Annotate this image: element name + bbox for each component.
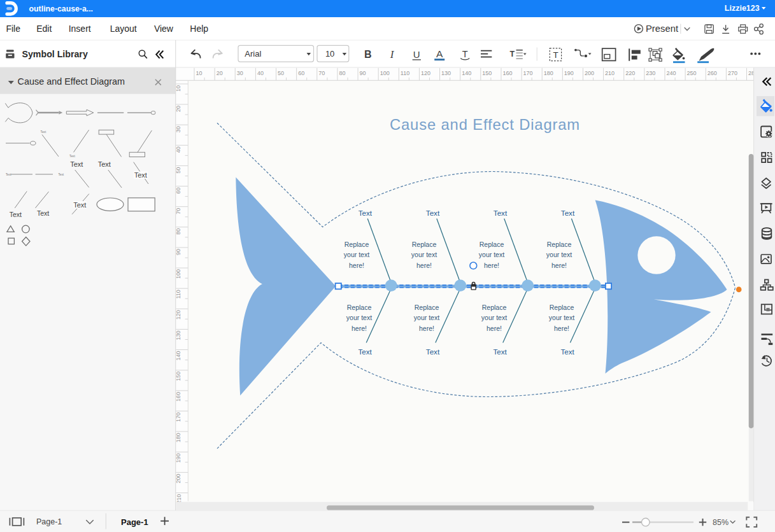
svg-text:here!: here! <box>484 262 499 269</box>
svg-text:110: 110 <box>176 290 182 298</box>
svg-text:Text: Text <box>98 160 111 168</box>
svg-text:Replace: Replace <box>482 304 507 311</box>
svg-text:Replace: Replace <box>415 304 439 311</box>
svg-text:B: B <box>364 49 372 60</box>
svg-text:Text: Text <box>70 160 83 168</box>
svg-text:70: 70 <box>318 70 325 76</box>
svg-text:your text: your text <box>481 314 507 321</box>
svg-text:260: 260 <box>707 70 717 76</box>
svg-text:here!: here! <box>419 325 434 332</box>
svg-text:Text: Text <box>426 347 440 356</box>
svg-text:100: 100 <box>380 70 390 76</box>
svg-text:Text: Text <box>41 130 46 134</box>
svg-text:Replace: Replace <box>347 304 372 311</box>
svg-text:110: 110 <box>401 70 409 76</box>
svg-text:Edit: Edit <box>36 24 52 34</box>
svg-text:230: 230 <box>646 70 655 76</box>
svg-text:250: 250 <box>687 70 697 76</box>
svg-text:20: 20 <box>176 106 182 112</box>
svg-text:60: 60 <box>298 70 304 76</box>
svg-text:120: 120 <box>176 310 182 319</box>
svg-text:your text: your text <box>344 251 369 258</box>
svg-text:Replace: Replace <box>480 241 504 248</box>
svg-text:60: 60 <box>176 188 182 194</box>
svg-text:Text: Text <box>73 201 86 209</box>
svg-text:T: T <box>509 50 515 59</box>
svg-text:140: 140 <box>176 351 182 361</box>
svg-text:130: 130 <box>176 330 182 340</box>
svg-text:160: 160 <box>502 70 512 76</box>
svg-text:90: 90 <box>360 70 366 76</box>
svg-text:your text: your text <box>549 314 574 321</box>
svg-text:170: 170 <box>523 70 533 76</box>
svg-text:150: 150 <box>176 372 182 381</box>
svg-text:Text: Text <box>58 173 64 176</box>
svg-text:30: 30 <box>176 126 182 132</box>
svg-text:Replace: Replace <box>412 241 437 248</box>
svg-text:10: 10 <box>325 49 334 59</box>
svg-text:160: 160 <box>176 392 182 402</box>
svg-text:U: U <box>413 49 420 60</box>
svg-text:your text: your text <box>346 314 372 321</box>
svg-text:20: 20 <box>217 70 223 76</box>
svg-text:your text: your text <box>479 251 504 258</box>
svg-text:here!: here! <box>416 262 432 269</box>
svg-text:Help: Help <box>190 24 208 34</box>
svg-text:here!: here! <box>349 262 364 269</box>
svg-text:Replace: Replace <box>547 241 572 248</box>
svg-text:90: 90 <box>176 249 182 255</box>
svg-text:140: 140 <box>462 70 471 76</box>
svg-text:170: 170 <box>176 412 182 422</box>
svg-text:Text: Text <box>358 347 372 356</box>
svg-text:10: 10 <box>196 70 203 76</box>
svg-text:40: 40 <box>176 146 182 153</box>
svg-text:Text: Text <box>69 155 75 158</box>
svg-text:40: 40 <box>257 70 264 76</box>
svg-text:your text: your text <box>546 251 572 258</box>
svg-text:Replace: Replace <box>550 304 574 311</box>
svg-text:Symbol Library: Symbol Library <box>22 49 88 59</box>
svg-text:Lizzie123: Lizzie123 <box>725 4 760 13</box>
svg-text:T: T <box>462 49 468 59</box>
svg-text:130: 130 <box>441 70 451 76</box>
svg-text:your text: your text <box>414 314 439 321</box>
svg-text:180: 180 <box>176 433 182 442</box>
svg-text:outline-cause-a...: outline-cause-a... <box>29 4 93 13</box>
svg-text:Present: Present <box>646 24 678 34</box>
svg-text:Text: Text <box>10 211 22 218</box>
svg-text:here!: here! <box>551 262 567 269</box>
svg-text:here!: here! <box>352 325 367 332</box>
svg-text:Text: Text <box>359 209 373 217</box>
svg-text:Text: Text <box>561 209 575 217</box>
svg-text:80: 80 <box>339 70 345 76</box>
svg-text:210: 210 <box>605 70 615 76</box>
svg-text:Text: Text <box>37 209 49 217</box>
svg-text:10: 10 <box>176 85 182 92</box>
svg-text:220: 220 <box>625 70 635 76</box>
svg-text:your text: your text <box>411 251 437 258</box>
svg-text:Text: Text <box>134 171 147 179</box>
svg-text:Text: Text <box>560 347 574 356</box>
svg-text:Layout: Layout <box>110 24 137 34</box>
svg-text:Replace: Replace <box>345 241 369 248</box>
svg-text:Text: Text <box>494 347 508 356</box>
svg-text:190: 190 <box>564 70 574 76</box>
svg-text:Cause and Effect Diagram: Cause and Effect Diagram <box>390 116 580 133</box>
svg-text:Cause and Effect Diagram: Cause and Effect Diagram <box>18 76 125 87</box>
svg-text:Page-1: Page-1 <box>121 517 148 527</box>
svg-text:70: 70 <box>176 208 182 214</box>
svg-text:50: 50 <box>176 167 182 173</box>
svg-text:A: A <box>436 48 443 59</box>
svg-text:150: 150 <box>482 70 492 76</box>
svg-text:85%: 85% <box>713 518 729 527</box>
svg-text:Text: Text <box>494 209 508 217</box>
svg-text:here!: here! <box>487 325 502 332</box>
svg-text:T: T <box>553 50 558 60</box>
svg-text:50: 50 <box>278 70 284 76</box>
svg-text:100: 100 <box>176 269 182 279</box>
svg-text:190: 190 <box>176 453 182 463</box>
svg-text:270: 270 <box>728 70 737 76</box>
svg-text:80: 80 <box>176 228 182 235</box>
svg-text:180: 180 <box>544 70 553 76</box>
svg-text:Arial: Arial <box>245 49 261 59</box>
